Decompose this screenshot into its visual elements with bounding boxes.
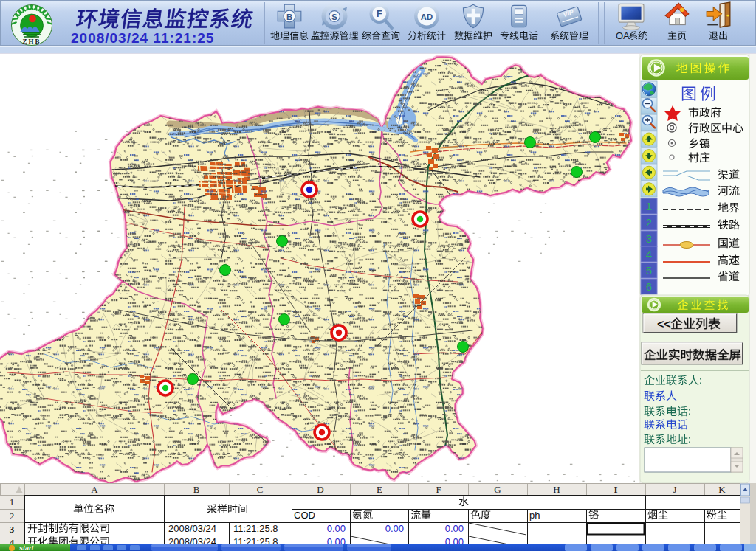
svg-text:G: G	[494, 484, 501, 495]
svg-text:3: 3	[646, 232, 652, 245]
svg-text:D: D	[317, 484, 323, 495]
svg-text:0.00: 0.00	[327, 523, 346, 534]
svg-text:ph: ph	[529, 510, 540, 521]
svg-text:ZHB: ZHB	[22, 38, 41, 45]
svg-text:B: B	[286, 13, 292, 21]
svg-text:2008/03/24 11:21:25: 2008/03/24 11:21:25	[71, 30, 214, 46]
svg-text:1: 1	[10, 496, 15, 507]
svg-text:5: 5	[646, 264, 652, 277]
svg-text:start: start	[19, 544, 35, 551]
svg-text:J: J	[673, 484, 676, 495]
svg-text:1: 1	[646, 200, 652, 212]
svg-text:I: I	[614, 484, 617, 495]
svg-text:F: F	[436, 484, 441, 495]
svg-text:C: C	[257, 484, 264, 495]
svg-text:2: 2	[646, 216, 652, 229]
svg-text:0.00: 0.00	[385, 523, 404, 534]
svg-text:OA: OA	[616, 30, 630, 41]
svg-text:B: B	[193, 484, 200, 495]
svg-text:H: H	[553, 484, 560, 495]
svg-text:0.00: 0.00	[445, 523, 464, 534]
svg-text:A: A	[91, 484, 98, 495]
svg-text:6: 6	[646, 280, 652, 293]
svg-text:11:21:25.8: 11:21:25.8	[233, 523, 278, 534]
svg-text:F: F	[377, 9, 382, 19]
svg-text:4: 4	[646, 248, 652, 260]
svg-text:COD: COD	[294, 510, 315, 521]
svg-text:S: S	[331, 13, 337, 21]
svg-text:3: 3	[10, 524, 15, 535]
svg-text:<<: <<	[657, 318, 671, 330]
svg-text:K: K	[718, 484, 726, 495]
svg-text:E: E	[377, 484, 382, 495]
svg-text:2: 2	[10, 510, 15, 521]
svg-text:2008/03/24: 2008/03/24	[168, 523, 216, 534]
svg-text:AD: AD	[421, 13, 433, 21]
